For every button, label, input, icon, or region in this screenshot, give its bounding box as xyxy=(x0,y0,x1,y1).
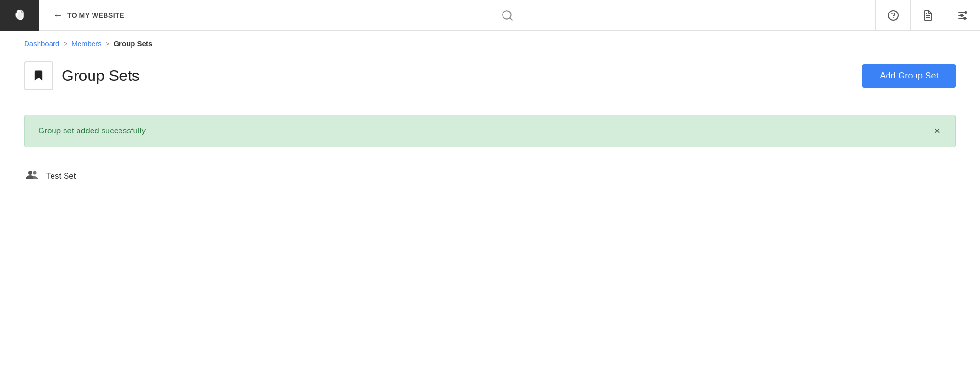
group-icon xyxy=(26,170,39,183)
breadcrumb-current: Group Sets xyxy=(113,39,152,48)
page-icon-box xyxy=(24,61,53,90)
breadcrumb-sep-2: > xyxy=(106,39,110,48)
success-alert-text: Group set added successfully. xyxy=(38,126,147,136)
add-group-set-button[interactable]: Add Group Set xyxy=(862,64,956,88)
svg-point-13 xyxy=(964,17,966,19)
breadcrumb-dashboard[interactable]: Dashboard xyxy=(24,39,59,48)
hand-icon xyxy=(10,6,28,25)
nav-actions xyxy=(876,0,980,31)
svg-point-12 xyxy=(961,14,963,16)
top-nav: ← TO MY WEBSITE xyxy=(0,0,980,31)
page-title-wrap: Group Sets xyxy=(24,61,140,90)
group-set-list: Test Set xyxy=(24,162,956,191)
svg-point-11 xyxy=(965,12,967,13)
back-label: TO MY WEBSITE xyxy=(67,12,124,19)
breadcrumb-members[interactable]: Members xyxy=(71,39,102,48)
breadcrumb-sep-1: > xyxy=(63,39,67,48)
page-header: Group Sets Add Group Set xyxy=(0,53,980,100)
main-content: Group set added successfully. × Test Set xyxy=(0,100,980,205)
success-alert: Group set added successfully. × xyxy=(24,115,956,147)
search-icon[interactable] xyxy=(501,9,514,22)
back-button[interactable]: ← TO MY WEBSITE xyxy=(39,0,139,31)
breadcrumb: Dashboard > Members > Group Sets xyxy=(0,31,980,53)
svg-line-3 xyxy=(510,18,512,20)
group-set-name: Test Set xyxy=(46,171,76,181)
svg-point-15 xyxy=(33,171,37,175)
document-button[interactable] xyxy=(911,0,945,31)
back-arrow-icon: ← xyxy=(53,10,63,21)
settings-button[interactable] xyxy=(945,0,980,31)
list-item[interactable]: Test Set xyxy=(24,162,956,191)
search-area[interactable] xyxy=(139,0,876,31)
help-button[interactable] xyxy=(876,0,911,31)
logo-area xyxy=(0,0,39,31)
alert-close-button[interactable]: × xyxy=(932,126,942,136)
page-title: Group Sets xyxy=(62,67,140,85)
svg-point-14 xyxy=(28,171,32,175)
